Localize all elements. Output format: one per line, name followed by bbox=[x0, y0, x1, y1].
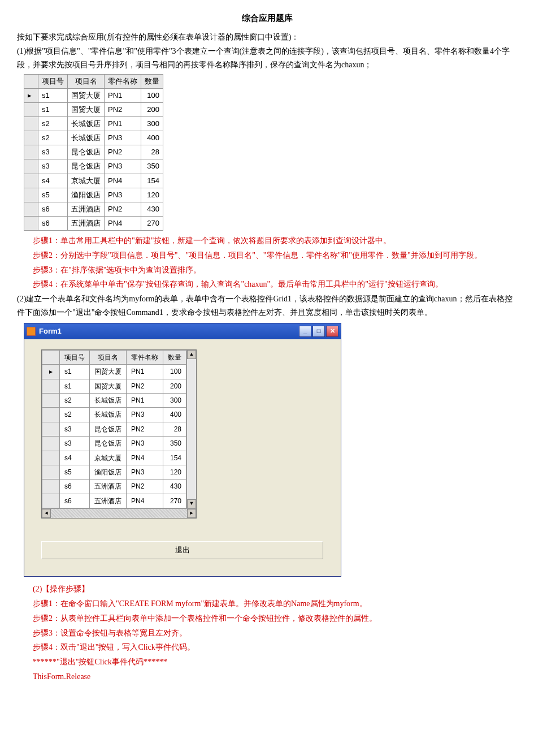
grid-cell[interactable]: 渔阳饭店 bbox=[90, 465, 127, 479]
grid-cell[interactable]: PN1 bbox=[127, 365, 163, 379]
grid-cell[interactable]: 国贸大厦 bbox=[90, 379, 127, 393]
grid-cell[interactable]: s4 bbox=[60, 451, 90, 465]
grid-cell[interactable]: 400 bbox=[163, 408, 186, 422]
grid-cell[interactable]: 100 bbox=[163, 365, 186, 379]
grid-row[interactable]: ▸s1国贸大厦PN1100 bbox=[42, 365, 186, 379]
grid-row[interactable]: s1国贸大厦PN2200 bbox=[42, 379, 186, 393]
grid-header[interactable]: 项目名 bbox=[90, 350, 127, 364]
grid-cell[interactable]: PN3 bbox=[127, 465, 163, 479]
scroll-up-icon[interactable]: ▲ bbox=[187, 350, 196, 359]
table-cell: PN4 bbox=[105, 216, 141, 230]
minimize-button[interactable]: _ bbox=[299, 326, 311, 337]
grid-cell[interactable]: PN4 bbox=[127, 494, 163, 508]
grid-cell[interactable]: s1 bbox=[60, 379, 90, 393]
grid-header[interactable]: 零件名称 bbox=[127, 350, 163, 364]
grid-cell[interactable]: 120 bbox=[163, 465, 186, 479]
grid-cell[interactable]: s3 bbox=[60, 437, 90, 451]
scroll-right-icon[interactable]: ► bbox=[187, 509, 196, 518]
grid-row[interactable]: s5渔阳饭店PN3120 bbox=[42, 465, 186, 479]
grid-cell[interactable]: 五洲酒店 bbox=[90, 479, 127, 494]
scroll-track[interactable] bbox=[51, 509, 187, 518]
scroll-left-icon[interactable]: ◄ bbox=[42, 509, 51, 518]
grid-row-selector[interactable] bbox=[42, 494, 60, 508]
grid-cell[interactable]: PN2 bbox=[127, 479, 163, 494]
grid-row-selector[interactable] bbox=[42, 465, 60, 479]
grid-row-selector[interactable] bbox=[42, 408, 60, 422]
grid-cell[interactable]: 28 bbox=[163, 422, 186, 436]
grid-row-selector[interactable] bbox=[42, 379, 60, 393]
grid-row[interactable]: s6五洲酒店PN4270 bbox=[42, 494, 186, 508]
grid-row[interactable]: s2长城饭店PN1300 bbox=[42, 393, 186, 407]
grid-header[interactable]: 数量 bbox=[163, 350, 186, 364]
row-selector[interactable] bbox=[24, 103, 38, 117]
grid-cell[interactable]: s6 bbox=[60, 479, 90, 494]
grid-cell[interactable]: 长城饭店 bbox=[90, 408, 127, 422]
grid-cell[interactable]: 昆仑饭店 bbox=[90, 437, 127, 451]
grid-cell[interactable]: 国贸大厦 bbox=[90, 365, 127, 379]
grid-cell[interactable]: 长城饭店 bbox=[90, 393, 127, 407]
grid-cell[interactable]: s1 bbox=[60, 365, 90, 379]
grid-row[interactable]: s6五洲酒店PN2430 bbox=[42, 479, 186, 494]
grid-cell[interactable]: PN2 bbox=[127, 422, 163, 436]
table-cell: PN3 bbox=[105, 131, 141, 145]
grid-header[interactable]: 项目号 bbox=[60, 350, 90, 364]
table-row: s6五洲酒店PN2430 bbox=[24, 202, 163, 216]
grid-cell[interactable]: s3 bbox=[60, 422, 90, 436]
grid-cell[interactable]: PN3 bbox=[127, 437, 163, 451]
table-row: s4京城大厦PN4154 bbox=[24, 174, 163, 188]
table-row: s3昆仑饭店PN3350 bbox=[24, 159, 163, 174]
grid-cell[interactable]: 154 bbox=[163, 451, 186, 465]
step2-2: 步骤2：从表单控件工具栏向表单中添加一个表格控件和一个命令按钮控件，修改表格控件… bbox=[33, 612, 517, 625]
row-selector[interactable]: ▸ bbox=[24, 88, 38, 102]
grid-row-selector[interactable]: ▸ bbox=[42, 365, 60, 379]
grid-horizontal-scrollbar[interactable]: ◄ ► bbox=[42, 508, 196, 518]
grid-row-selector[interactable] bbox=[42, 451, 60, 465]
grid-cell[interactable]: PN2 bbox=[127, 379, 163, 393]
grid-row[interactable]: s4京城大厦PN4154 bbox=[42, 451, 186, 465]
grid-cell[interactable]: 270 bbox=[163, 494, 186, 508]
row-selector[interactable] bbox=[24, 174, 38, 188]
grid-cell[interactable]: 200 bbox=[163, 379, 186, 393]
grid1-control[interactable]: 项目号项目名零件名称数量 ▸s1国贸大厦PN1100s1国贸大厦PN2200s2… bbox=[41, 349, 197, 519]
row-selector[interactable] bbox=[24, 131, 38, 145]
grid-row-selector[interactable] bbox=[42, 422, 60, 436]
row-selector[interactable] bbox=[24, 202, 38, 216]
table-cell: 五洲酒店 bbox=[68, 202, 105, 216]
grid-cell[interactable]: 300 bbox=[163, 393, 186, 407]
row-selector[interactable] bbox=[24, 188, 38, 202]
grid-cell[interactable]: s5 bbox=[60, 465, 90, 479]
grid-row[interactable]: s3昆仑饭店PN3350 bbox=[42, 437, 186, 451]
grid-cell[interactable]: PN3 bbox=[127, 408, 163, 422]
grid-cell[interactable]: s6 bbox=[60, 494, 90, 508]
grid-row-selector[interactable] bbox=[42, 437, 60, 451]
maximize-button[interactable]: □ bbox=[312, 326, 325, 337]
row-selector[interactable] bbox=[24, 159, 38, 174]
table-cell: 长城饭店 bbox=[68, 131, 105, 145]
table-cell: s1 bbox=[38, 88, 68, 102]
grid-cell[interactable]: 430 bbox=[163, 479, 186, 494]
grid-cell[interactable]: 五洲酒店 bbox=[90, 494, 127, 508]
grid-cell[interactable]: PN1 bbox=[127, 393, 163, 407]
scroll-down-icon[interactable]: ▼ bbox=[187, 499, 196, 508]
row-selector[interactable] bbox=[24, 145, 38, 159]
row-selector[interactable] bbox=[24, 117, 38, 131]
table-cell: 28 bbox=[141, 145, 163, 159]
form1-window: Form1 _ □ ✕ 项目号项目名零件名称数量 ▸s1国贸大厦PN1100s1… bbox=[24, 323, 341, 577]
grid-vertical-scrollbar[interactable]: ▲ ▼ bbox=[186, 350, 196, 508]
grid-cell[interactable]: 350 bbox=[163, 437, 186, 451]
grid-cell[interactable]: 京城大厦 bbox=[90, 451, 127, 465]
grid-cell[interactable]: s2 bbox=[60, 408, 90, 422]
table-row: s2长城饭店PN1300 bbox=[24, 117, 163, 131]
step1-2: 步骤2：分别选中字段"项目信息．项目号"、"项目信息．项目名"、"零件信息．零件… bbox=[33, 249, 517, 262]
exit-button[interactable]: 退出 bbox=[41, 541, 323, 559]
grid-row-selector[interactable] bbox=[42, 479, 60, 494]
grid-cell[interactable]: PN4 bbox=[127, 451, 163, 465]
grid-cell[interactable]: s2 bbox=[60, 393, 90, 407]
grid-row[interactable]: s2长城饭店PN3400 bbox=[42, 408, 186, 422]
form1-titlebar[interactable]: Form1 _ □ ✕ bbox=[24, 323, 341, 339]
grid-row[interactable]: s3昆仑饭店PN228 bbox=[42, 422, 186, 436]
grid-row-selector[interactable] bbox=[42, 393, 60, 407]
row-selector[interactable] bbox=[24, 216, 38, 230]
close-button[interactable]: ✕ bbox=[326, 326, 338, 337]
grid-cell[interactable]: 昆仑饭店 bbox=[90, 422, 127, 436]
